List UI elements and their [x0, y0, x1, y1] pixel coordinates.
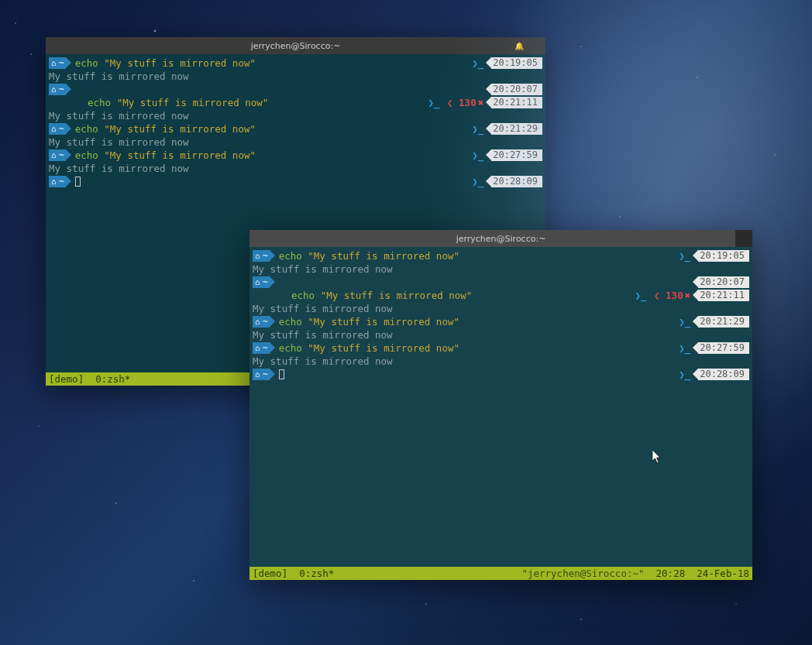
prompt-icon: ❯_ [472, 122, 483, 136]
command-name: echo [75, 149, 98, 162]
statusbar-right: "jerrychen@Sirocco:~" 20:28 24-Feb-18 [521, 568, 749, 579]
session-name: [demo] [253, 568, 287, 579]
right-status: 20:20:07 [485, 83, 542, 96]
statusbar-left: [demo] 0:zsh* [253, 568, 334, 579]
prompt-icon: ❯_ [428, 96, 439, 109]
right-status: ❯_ 20:21:29 [472, 122, 542, 136]
time-badge: 20:20:07 [491, 84, 542, 95]
cursor [279, 369, 284, 379]
command-name: echo [279, 341, 302, 355]
home-icon: ⌂ [51, 149, 56, 162]
time-badge: 20:21:11 [491, 97, 542, 108]
output-line: My stuff is mirrored now [253, 302, 749, 315]
error-code: 130 [666, 289, 683, 302]
prompt-icon: ❯_ [635, 289, 646, 302]
bell-icon: 🔔 [514, 42, 524, 50]
prompt-line: echo "My stuff is mirrored now" ❯_ ❮ 130… [49, 96, 542, 109]
command-name: echo [279, 249, 302, 262]
prompt-badge: ⌂~ [49, 57, 66, 69]
output-line: My stuff is mirrored now [49, 70, 542, 83]
command-name: echo [291, 289, 315, 302]
right-status: ❯_ 20:19:05 [679, 249, 749, 262]
cursor [75, 177, 81, 187]
prompt-icon: ❯_ [679, 315, 690, 328]
time-badge: 20:19:05 [698, 250, 749, 262]
right-status: ❯_ 20:27:59 [472, 149, 542, 162]
session-name: [demo] [49, 373, 84, 385]
time-badge: 20:28:09 [698, 369, 749, 380]
time-badge: 20:27:59 [698, 342, 749, 354]
prompt-icon: ❯_ [472, 149, 483, 162]
statusbar-clock: 20:28 [656, 568, 686, 579]
command-name: echo [279, 315, 302, 328]
prompt-line: ⌂~ echo "My stuff is mirrored now" ❯_ 20… [49, 57, 542, 70]
command-arg: "My stuff is mirrored now" [308, 249, 459, 262]
command-arg: "My stuff is mirrored now" [321, 289, 473, 302]
output-line: My stuff is mirrored now [49, 162, 542, 175]
prompt-icon: ❯_ [472, 57, 483, 70]
right-status: ❯_ 20:21:29 [679, 315, 749, 328]
time-badge: 20:27:59 [491, 149, 542, 161]
home-icon: ⌂ [255, 315, 260, 328]
titlebar[interactable]: jerrychen@Sirocco:~ [249, 230, 752, 247]
right-status: ❯_ 20:27:59 [679, 341, 749, 355]
prompt-line: ⌂~ echo "My stuff is mirrored now" ❯_ 20… [253, 249, 749, 262]
caret-left-icon: ❮ [442, 96, 459, 109]
prompt-badge: ⌂~ [253, 250, 270, 262]
home-icon: ⌂ [51, 83, 56, 96]
prompt-badge: ⌂~ [49, 84, 66, 95]
window-title: jerrychen@Sirocco:~ [456, 234, 546, 244]
home-icon: ⌂ [255, 249, 260, 262]
command-arg: "My stuff is mirrored now" [117, 96, 269, 109]
prompt-icon: ❯_ [679, 368, 690, 381]
terminal-window-2[interactable]: jerrychen@Sirocco:~ ⌂~ echo "My stuff is… [249, 230, 752, 580]
home-icon: ⌂ [255, 276, 260, 289]
error-x-icon: ✖ [478, 96, 484, 109]
prompt-line: ⌂~ 20:20:07 [253, 276, 749, 289]
prompt-badge: ⌂~ [253, 276, 270, 288]
window-title: jerrychen@Sirocco:~ [251, 41, 341, 51]
terminal-body[interactable]: ⌂~ echo "My stuff is mirrored now" ❯_ 20… [249, 247, 752, 567]
output-line: My stuff is mirrored now [253, 262, 749, 276]
caret-left-icon: ❮ [649, 289, 666, 302]
error-x-icon: ✖ [685, 289, 691, 302]
statusbar-title: "jerrychen@Sirocco:~" [521, 568, 644, 579]
output-line: My stuff is mirrored now [253, 355, 749, 368]
prompt-line-current[interactable]: ⌂~ ❯_ 20:28:09 [253, 368, 749, 381]
command-name: echo [75, 122, 98, 136]
time-badge: 20:21:29 [698, 316, 749, 328]
home-icon: ⌂ [51, 122, 56, 136]
titlebar[interactable]: jerrychen@Sirocco:~ 🔔 [46, 37, 545, 54]
home-icon: ⌂ [51, 175, 56, 188]
command-name: echo [88, 96, 111, 109]
prompt-line: ⌂~ echo "My stuff is mirrored now" ❯_ 20… [253, 341, 749, 355]
statusbar-date: 24-Feb-18 [697, 568, 749, 579]
time-badge: 20:19:05 [491, 57, 542, 69]
time-badge: 20:21:11 [698, 290, 749, 301]
time-badge: 20:28:09 [491, 176, 542, 187]
command-name: echo [75, 57, 98, 70]
tmux-statusbar[interactable]: [demo] 0:zsh* "jerrychen@Sirocco:~" 20:2… [249, 567, 752, 580]
time-badge: 20:20:07 [698, 276, 749, 288]
statusbar-left: [demo] 0:zsh* [49, 373, 130, 385]
command-arg: "My stuff is mirrored now" [104, 57, 256, 70]
prompt-badge: ⌂~ [49, 176, 66, 187]
prompt-badge: ⌂~ [49, 149, 66, 161]
prompt-badge: ⌂~ [253, 369, 270, 380]
output-line: My stuff is mirrored now [49, 109, 542, 122]
prompt-icon: ❯_ [679, 341, 690, 355]
prompt-line: echo "My stuff is mirrored now" ❯_ ❮ 130… [253, 289, 749, 302]
command-arg: "My stuff is mirrored now" [308, 341, 459, 355]
command-arg: "My stuff is mirrored now" [104, 122, 256, 136]
window-name: 0:zsh* [95, 373, 130, 385]
prompt-line-current[interactable]: ⌂~ ❯_ 20:28:09 [49, 175, 542, 188]
right-status: ❯_ 20:19:05 [472, 57, 542, 70]
right-status: ❯_ ❮ 130 ✖ 20:21:11 [428, 96, 542, 109]
prompt-badge: ⌂~ [49, 123, 66, 135]
time-badge: 20:21:29 [491, 123, 542, 135]
prompt-line: ⌂~ echo "My stuff is mirrored now" ❯_ 20… [253, 315, 749, 328]
right-status: ❯_ 20:28:09 [679, 368, 749, 381]
error-code: 130 [459, 96, 477, 109]
right-status: ❯_ ❮ 130 ✖ 20:21:11 [635, 289, 749, 302]
prompt-icon: ❯_ [679, 249, 690, 262]
